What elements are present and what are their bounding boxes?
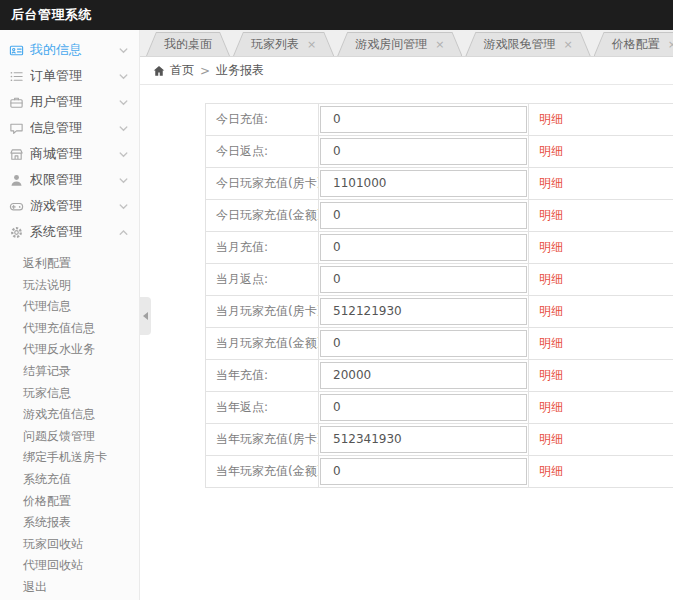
chevron-down-icon: [118, 123, 129, 134]
sidebar-item-user-mgmt[interactable]: 用户管理: [0, 89, 139, 115]
sidebar-subitem-system-recharge[interactable]: 系统充值: [0, 469, 139, 491]
sidebar-subitem-feedback-mgmt[interactable]: 问题反馈管理: [0, 426, 139, 448]
sidebar: 我的信息订单管理用户管理信息管理商城管理权限管理游戏管理系统管理返利配置玩法说明…: [0, 30, 140, 600]
collapse-arrow-icon: [143, 312, 148, 320]
tab-inner: 游戏房间管理×: [338, 33, 461, 56]
sidebar-subitem-agent-info[interactable]: 代理信息: [0, 296, 139, 318]
sidebar-item-label: 我的信息: [30, 41, 118, 59]
sidebar-item-system-mgmt[interactable]: 系统管理: [0, 219, 139, 245]
detail-link[interactable]: 明细: [539, 304, 563, 318]
list-icon: [9, 69, 24, 84]
report-value-field[interactable]: 512341930: [320, 426, 527, 453]
tab-price-config[interactable]: 价格配置×: [594, 32, 673, 56]
report-value-field[interactable]: 0: [320, 330, 527, 357]
sidebar-item-label: 用户管理: [30, 93, 118, 111]
sidebar-subitem-price-config[interactable]: 价格配置: [0, 491, 139, 513]
detail-cell: 明细: [529, 136, 673, 168]
sidebar-subitem-agent-rakeback[interactable]: 代理反水业务: [0, 339, 139, 361]
detail-link[interactable]: 明细: [539, 208, 563, 222]
report-value-cell: 0: [319, 392, 529, 424]
tab-game-free-mgmt[interactable]: 游戏限免管理×: [465, 32, 590, 56]
report-value-field[interactable]: 1101000: [320, 170, 527, 197]
close-tab-icon[interactable]: ×: [668, 39, 673, 50]
chevron-down-icon: [118, 97, 129, 108]
tab-game-room-mgmt[interactable]: 游戏房间管理×: [337, 32, 462, 56]
report-value-cell: 512341930: [319, 424, 529, 456]
report-value-field[interactable]: 0: [320, 138, 527, 165]
sidebar-item-permission-mgmt[interactable]: 权限管理: [0, 167, 139, 193]
sidebar-collapse-handle[interactable]: [140, 297, 151, 335]
tab-player-list[interactable]: 玩家列表×: [233, 32, 334, 56]
report-value-cell: 0: [319, 328, 529, 360]
tab-label: 价格配置: [612, 36, 660, 53]
detail-link[interactable]: 明细: [539, 240, 563, 254]
main-area: 我的桌面玩家列表×游戏房间管理×游戏限免管理×价格配置×系统充值×系统报表 首页…: [140, 30, 673, 600]
breadcrumb-current: 业务报表: [216, 62, 264, 79]
sidebar-item-order-mgmt[interactable]: 订单管理: [0, 63, 139, 89]
comment-icon: [9, 121, 24, 136]
detail-cell: 明细: [529, 264, 673, 296]
detail-link[interactable]: 明细: [539, 368, 563, 382]
sidebar-subitem-agent-recycle-bin[interactable]: 代理回收站: [0, 555, 139, 577]
report-row: 当年玩家充值(房卡):512341930明细: [206, 424, 673, 456]
close-tab-icon[interactable]: ×: [435, 39, 444, 50]
report-value-cell: 0: [319, 232, 529, 264]
report-row: 当年充值:20000明细: [206, 360, 673, 392]
tab-my-desktop[interactable]: 我的桌面: [146, 32, 230, 56]
sidebar-subitem-agent-recharge-info[interactable]: 代理充值信息: [0, 318, 139, 340]
briefcase-icon: [9, 95, 24, 110]
report-value-field[interactable]: 0: [320, 234, 527, 261]
breadcrumb-home-link[interactable]: 首页: [170, 62, 194, 79]
detail-link[interactable]: 明细: [539, 112, 563, 126]
breadcrumb-separator: >: [200, 64, 210, 78]
sidebar-item-message-mgmt[interactable]: 信息管理: [0, 115, 139, 141]
report-row: 当年返点:0明细: [206, 392, 673, 424]
sidebar-item-label: 系统管理: [30, 223, 118, 241]
user-icon: [9, 173, 24, 188]
report-value-field[interactable]: 0: [320, 202, 527, 229]
report-value-cell: 0: [319, 104, 529, 136]
sidebar-subitem-game-recharge-info[interactable]: 游戏充值信息: [0, 404, 139, 426]
sidebar-subitem-bind-phone-room-card[interactable]: 绑定手机送房卡: [0, 447, 139, 469]
report-value-cell: 512121930: [319, 296, 529, 328]
detail-cell: 明细: [529, 328, 673, 360]
chevron-down-icon: [118, 71, 129, 82]
detail-cell: 明细: [529, 232, 673, 264]
detail-link[interactable]: 明细: [539, 336, 563, 350]
detail-link[interactable]: 明细: [539, 432, 563, 446]
report-table: 今日充值:0明细今日返点:0明细今日玩家充值(房卡):1101000明细今日玩家…: [205, 103, 673, 488]
tab-label: 玩家列表: [251, 36, 299, 53]
detail-cell: 明细: [529, 360, 673, 392]
report-row: 当月充值:0明细: [206, 232, 673, 264]
sidebar-item-my-info[interactable]: 我的信息: [0, 37, 139, 63]
sidebar-subitem-play-instructions[interactable]: 玩法说明: [0, 275, 139, 297]
report-value-field[interactable]: 512121930: [320, 298, 527, 325]
sidebar-item-game-mgmt[interactable]: 游戏管理: [0, 193, 139, 219]
report-row-label: 当月充值:: [206, 232, 319, 264]
sidebar-subitem-player-info[interactable]: 玩家信息: [0, 383, 139, 405]
detail-link[interactable]: 明细: [539, 400, 563, 414]
detail-link[interactable]: 明细: [539, 176, 563, 190]
report-value-field[interactable]: 0: [320, 458, 527, 485]
report-row-label: 当月玩家充值(房卡):: [206, 296, 319, 328]
app-title: 后台管理系统: [11, 6, 92, 24]
detail-link[interactable]: 明细: [539, 144, 563, 158]
sidebar-subitem-settlement-records[interactable]: 结算记录: [0, 361, 139, 383]
report-value-field[interactable]: 20000: [320, 362, 527, 389]
sidebar-subitem-logout[interactable]: 退出: [0, 577, 139, 599]
detail-link[interactable]: 明细: [539, 464, 563, 478]
detail-link[interactable]: 明细: [539, 272, 563, 286]
report-value-field[interactable]: 0: [320, 266, 527, 293]
sidebar-subitem-system-report[interactable]: 系统报表: [0, 512, 139, 534]
tab-label: 游戏限免管理: [483, 36, 555, 53]
report-value-field[interactable]: 0: [320, 394, 527, 421]
report-value-cell: 1101000: [319, 168, 529, 200]
close-tab-icon[interactable]: ×: [307, 39, 316, 50]
close-tab-icon[interactable]: ×: [563, 39, 572, 50]
sidebar-subitem-rebate-config[interactable]: 返利配置: [0, 253, 139, 275]
report-row-label: 当年玩家充值(房卡):: [206, 424, 319, 456]
report-value-field[interactable]: 0: [320, 106, 527, 133]
sidebar-item-mall-mgmt[interactable]: 商城管理: [0, 141, 139, 167]
sidebar-subitem-player-recycle-bin[interactable]: 玩家回收站: [0, 534, 139, 556]
report-row-label: 今日玩家充值(金额):: [206, 200, 319, 232]
